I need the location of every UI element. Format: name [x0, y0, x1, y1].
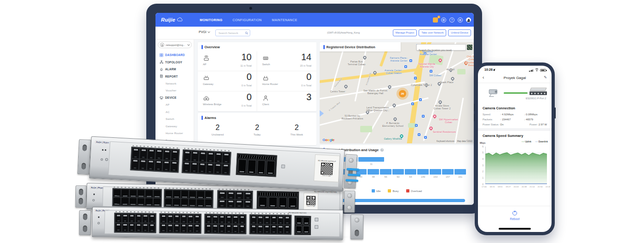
gateway-icon [203, 74, 209, 80]
stat-label: Home Router [262, 83, 278, 85]
stat-value: 10 [242, 51, 252, 63]
channel-label: 161 [454, 175, 466, 178]
manage-project-button[interactable]: Manage Project [393, 29, 417, 36]
channel-segment[interactable]: 153 [430, 169, 441, 175]
map-pan-arrow[interactable] [320, 110, 324, 117]
rj45-port [161, 215, 167, 223]
rj45-port [129, 223, 135, 232]
globe-icon[interactable]: ⊕ [458, 17, 463, 23]
sidebar-item-network[interactable]: Network [155, 80, 194, 87]
channel-segment[interactable]: 11 [358, 157, 384, 162]
legend-label: Downlink [539, 140, 548, 143]
user-avatar-icon[interactable] [466, 17, 471, 23]
rj45-port [143, 214, 149, 222]
channel-segment[interactable]: 64 [405, 169, 416, 175]
rj45-port [132, 159, 139, 170]
project-selector[interactable]: PVGI [199, 30, 210, 34]
channel-label: 149 [417, 175, 429, 178]
map-layers-button[interactable] [466, 44, 473, 51]
rj45-port [199, 152, 207, 162]
sidebar-item-ac[interactable]: AC [155, 108, 194, 116]
sfp-port [173, 191, 180, 198]
sidebar-item-home-router[interactable]: Home Router [155, 130, 194, 137]
stat-label: Wireless Bridge [203, 103, 222, 106]
sidebar-item-alarm[interactable]: ALARM [155, 66, 194, 73]
rj45-port [214, 164, 222, 174]
legend-idle: Idle [372, 189, 381, 192]
uplink-port-block [236, 153, 277, 177]
notification-badge: 0 [437, 16, 440, 18]
sidebar-item-switch[interactable]: Switch [155, 116, 194, 123]
sidebar-item-device[interactable]: DEVICE [155, 94, 194, 102]
reboot-button[interactable]: Reboot [478, 217, 552, 220]
user-avatar-icon [160, 43, 164, 47]
account-selector[interactable]: netsupport@zvg... [158, 41, 192, 48]
nav-menu-maintenance[interactable]: MAINTENANCE [272, 18, 297, 22]
map-label-amaia-skies: Amaia Skies Cubao Tower 2 [434, 104, 451, 110]
uplink-arrow-icon: ↑ [500, 118, 501, 121]
stat-value: 3 [306, 91, 311, 103]
overview-stat-ap: AP1011 in Total [198, 51, 257, 71]
rj45-port [236, 192, 243, 199]
map-attribution: Keyboard shortcuts Map data ©2022 [437, 140, 472, 142]
take-over-network-button[interactable]: Take over Network [419, 29, 446, 36]
channel-segment[interactable]: 48 [368, 169, 379, 175]
y-tick: 4 [479, 158, 483, 160]
rj45-port [149, 224, 155, 232]
qr-corner [307, 202, 310, 204]
channel-segment[interactable]: 157 [442, 169, 454, 175]
map-labels: MRT Cubao StationFarmers Plaza - Araneta… [320, 42, 474, 143]
stat-total: 0 in Total [242, 84, 252, 87]
keyboard-shortcuts-link[interactable]: Keyboard shortcuts [437, 140, 454, 142]
rj45-port [191, 162, 198, 173]
ruijie-logo[interactable]: Ruijie [161, 17, 183, 23]
unbind-device-button[interactable]: Unbind Device [448, 29, 471, 36]
sfp-plus-port [257, 160, 265, 175]
edit-pencil-icon[interactable]: ✎ [544, 75, 547, 79]
channel-segment[interactable]: 161 [454, 169, 466, 175]
home-indicator[interactable] [499, 228, 531, 230]
x-tick: 18:51 [498, 186, 503, 188]
ap-icon [203, 55, 209, 61]
console-port [281, 164, 285, 168]
sfp-plus-port [247, 159, 256, 174]
settings-gear-icon[interactable]: ⚙ [441, 17, 446, 23]
power-reboot-icon[interactable] [512, 211, 517, 215]
rj45-port [233, 215, 239, 224]
sidebar-item-label: Voucher [166, 89, 176, 92]
channel-segment[interactable]: 149 [417, 169, 429, 175]
channel-bar: 4448566064149153157161 [343, 169, 466, 175]
sidebar-items: DASHBOARDTOPOLOGYALARMREPORTNetworkVouch… [155, 51, 194, 151]
qr-code [306, 196, 316, 205]
rj45-port [226, 215, 232, 224]
sidebar-item-gateway[interactable]: Gateway [155, 123, 194, 130]
home-router-icon [263, 75, 269, 81]
map-label-land-transportation: Land Transportation Office Quezon City..… [366, 106, 389, 112]
channel-segment[interactable]: 60 [392, 169, 404, 175]
info-icon[interactable]: ? [380, 148, 384, 152]
legend-label: Busy [392, 190, 398, 192]
sfp-port [129, 198, 137, 205]
map-search-input[interactable] [417, 47, 469, 53]
sidebar-item-label: Network [166, 82, 176, 85]
alarm-value: 2 [237, 123, 277, 132]
sidebar-item-dashboard[interactable]: DASHBOARD [155, 51, 194, 59]
sidebar-item-topology[interactable]: TOPOLOGY [155, 59, 194, 66]
reset-button [98, 222, 100, 224]
rj45-port [181, 215, 187, 223]
device-distribution-map[interactable]: MRT Cubao StationFarmers Plaza - Araneta… [320, 42, 474, 143]
sfp-port [197, 191, 204, 198]
rj45-port [171, 161, 178, 172]
nav-menu-configuration[interactable]: CONFIGURATION [233, 18, 262, 22]
promotion-icon[interactable]: 0 [433, 17, 438, 23]
legend-marker: –○– [535, 140, 538, 143]
sidebar-item-voucher[interactable]: Voucher [155, 87, 194, 95]
help-icon[interactable]: ? [449, 17, 454, 23]
sidebar-item-label: Home Router [166, 132, 183, 135]
sidebar-item-ap[interactable]: AP [155, 102, 194, 109]
channel-segment[interactable]: 56 [380, 169, 391, 175]
device-cluster-marker[interactable]: 26 [399, 90, 406, 97]
sidebar-item-report[interactable]: REPORT [155, 73, 194, 80]
nav-menu-monitoring[interactable]: MONITORING [200, 18, 222, 22]
search-network-input[interactable] [218, 31, 245, 35]
